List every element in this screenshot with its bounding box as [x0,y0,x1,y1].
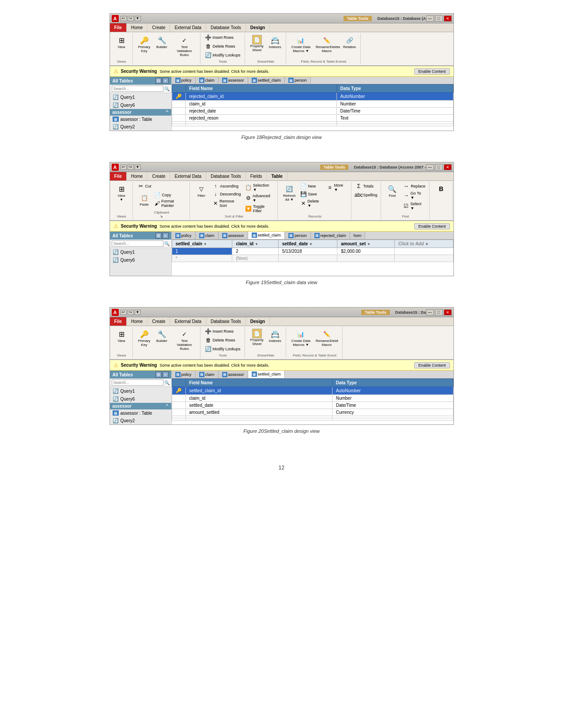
dropdown-btn[interactable]: ▼ [135,16,141,21]
close-btn-20[interactable]: ✕ [444,309,452,315]
find-btn[interactable]: 🔍 Find [384,183,400,199]
rename-delete-macro-btn-20[interactable]: ✏️ Rename/DeletMacro [314,328,340,348]
property-sheet-btn[interactable]: 📄 PropertySheet [249,34,265,53]
field-name-cell-20-3[interactable]: settled_date [185,402,332,409]
tab-design-fig18[interactable]: Design [246,23,270,32]
tab-external-data-19[interactable]: External Data [170,172,206,180]
minimize-btn[interactable]: — [426,15,434,22]
more-btn[interactable]: ≡ More ▼ [326,183,348,192]
nav-item-query6-fig19[interactable]: 🔄 Query6 [110,256,171,264]
nav-item-query1-fig19[interactable]: 🔄 Query1 [110,248,171,256]
descending-btn[interactable]: ↓ Descending [211,191,242,198]
data-type-cell-20-4[interactable]: Currency [332,409,453,416]
tab-create-20[interactable]: Create [147,317,170,326]
format-painter-btn[interactable]: 🖌 Format Painter [153,199,187,208]
obj-tab-rejected-claim-19[interactable]: ▦ rejected_claim [311,232,350,239]
field-name-cell-3[interactable]: rejected_date [185,108,336,115]
maximize-btn-20[interactable]: □ [435,309,443,315]
field-name-cell-2[interactable]: claim_id [185,101,336,108]
nav-item-query2-fig20[interactable]: 🔄 Query2 [110,417,171,424]
tab-file-19[interactable]: File [110,172,127,180]
insert-rows-btn-20[interactable]: ➕ Insert Rows [204,328,235,335]
b-btn[interactable]: B [433,183,449,195]
field-name-cell-20-1[interactable]: settled_claim_id [185,387,332,395]
table-row[interactable]: claim_id Number [172,101,453,108]
nav-filter-btn-20[interactable]: ⊙ [155,372,162,378]
obj-tab-policy-19[interactable]: ▦ policy [172,232,196,239]
indexes-btn[interactable]: 📇 Indexes [267,34,283,50]
obj-tab-claim-20[interactable]: ▦ claim [196,371,219,378]
obj-tab-policy[interactable]: ▦ policy [172,77,196,84]
delete-rows-btn[interactable]: 🗑 Delete Rows [204,43,237,50]
minimize-btn-19[interactable]: — [426,164,434,170]
nav-item-query2-fig18[interactable]: 🔄 Query2 [110,123,171,131]
dropdown-btn-19[interactable]: ▼ [135,165,141,170]
table-row[interactable]: 🔑 rejected_claim_id AutoNumber [172,93,453,101]
tab-fields-19[interactable]: Fields [246,172,267,180]
data-type-cell-20-3[interactable]: Date/Time [332,402,453,409]
nav-collapse-btn-19[interactable]: « [162,233,169,239]
remove-sort-btn[interactable]: ✕ Remove Sort [211,199,242,208]
table-row-data[interactable]: 1 2 5/13/2018 $2,000.00 [172,248,453,255]
cut-btn[interactable]: ✂ Cut [136,183,153,190]
close-btn-19[interactable]: ✕ [444,164,452,170]
delete-rows-btn-20[interactable]: 🗑 Delete Rows [204,337,237,344]
modify-lookups-btn-20[interactable]: 🔄 Modify Lookups [204,345,242,353]
obj-tab-settled-claim-20[interactable]: ▦ settled_claim [248,371,285,378]
enable-content-btn-fig19[interactable]: Enable Content [414,223,450,229]
selection-btn[interactable]: 📋 Selection ▼ [244,183,275,192]
modify-lookups-btn[interactable]: 🔄 Modify Lookups [204,52,242,59]
replace-btn[interactable]: ↔ Replace [402,183,427,190]
tab-database-tools[interactable]: Database Tools [206,23,246,32]
test-validation-btn[interactable]: ✓ Test ValidationRules [172,34,197,58]
data-type-cell-4[interactable]: Text [336,115,453,122]
nav-collapse-btn-20[interactable]: « [162,372,169,378]
col-click-to-add[interactable]: Click to Add ▼ [394,240,453,248]
obj-tab-assessor-20[interactable]: ▦ assessor [219,371,248,378]
tab-home[interactable]: Home [127,23,148,32]
nav-item-query1-fig20[interactable]: 🔄 Query1 [110,387,171,395]
enable-content-btn-fig20[interactable]: Enable Content [414,362,450,368]
table-row[interactable]: rejected_date Date/Time [172,108,453,115]
col-settled-clain[interactable]: settled_clain ▼ [172,240,232,248]
nav-item-query1-fig18[interactable]: 🔄 Query1 [110,93,171,101]
builder-btn[interactable]: 🔧 Builder [154,34,170,50]
create-data-macros-btn[interactable]: 📊 Create DataMacros ▼ [290,34,312,54]
maximize-btn[interactable]: □ [435,15,443,22]
obj-tab-assessor[interactable]: ▦ assessor [219,77,248,84]
col-claim-id[interactable]: claim_id ▼ [232,240,279,248]
tab-external-data[interactable]: External Data [170,23,206,32]
maximize-btn-19[interactable]: □ [435,164,443,170]
dropdown-btn-20[interactable]: ▼ [135,310,141,315]
test-validation-btn-20[interactable]: ✓ Test ValidationRules [172,328,197,352]
nav-filter-btn-19[interactable]: ⊙ [155,233,162,239]
obj-tab-person[interactable]: ▦ person [285,77,311,84]
copy-btn[interactable]: 📄 Copy [153,191,187,199]
obj-tab-hom-19[interactable]: hom [350,232,366,239]
view-btn-20[interactable]: ⊞ View [113,328,129,344]
table-row-20-2[interactable]: claim_id Number [172,395,453,402]
goto-btn[interactable]: → Go To ▼ [402,191,427,200]
col-amount-set[interactable]: amount_set ▼ [337,240,395,248]
cell-claim-id-1[interactable]: 2 [232,248,279,255]
tab-create-19[interactable]: Create [147,172,170,180]
view-btn-19[interactable]: ⊞ View▼ [113,183,129,203]
primary-key-btn[interactable]: 🔑 PrimaryKey [136,34,152,54]
redo-btn[interactable]: ↪ [128,16,134,21]
tab-file-20[interactable]: File [110,317,127,326]
close-btn[interactable]: ✕ [444,15,452,22]
cell-settled-date-1[interactable]: 5/13/2018 [278,248,337,255]
tab-home-19[interactable]: Home [127,172,148,180]
nav-section-assessor-fig20[interactable]: assessor ⌃ [110,403,171,409]
tab-database-tools-19[interactable]: Database Tools [206,172,246,180]
nav-filter-btn[interactable]: ⊙ [155,78,162,84]
primary-key-btn-20[interactable]: 🔑 PrimaryKey [136,328,152,348]
redo-btn-19[interactable]: ↪ [128,165,134,170]
data-type-cell-1[interactable]: AutoNumber [336,93,453,101]
field-name-cell-4[interactable]: rejected_reson [185,115,336,122]
obj-tab-claim[interactable]: ▦ claim [196,77,219,84]
undo-btn-19[interactable]: ↩ [121,165,127,170]
filter-btn[interactable]: ▽ Filter [193,183,209,199]
save-record-btn[interactable]: 💾 Save [299,191,324,198]
builder-btn-20[interactable]: 🔧 Builder [154,328,170,344]
